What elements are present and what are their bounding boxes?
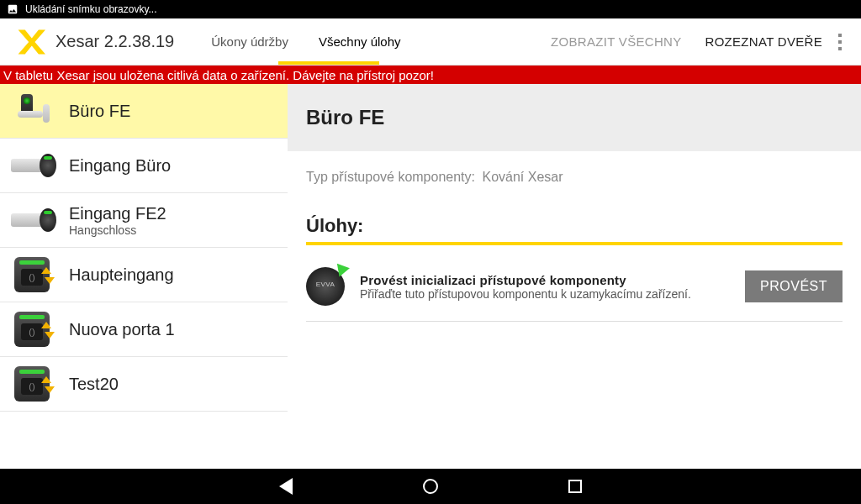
cylinder-lock-icon	[10, 202, 54, 238]
detail-pane: Büro FE Typ přístupové komponenty: Kován…	[288, 84, 861, 469]
nav-recent-button[interactable]	[566, 477, 584, 496]
task-row: EVVA Provést inicializaci přístupové kom…	[306, 262, 843, 322]
wall-reader-icon	[10, 257, 54, 292]
door-item-title: Eingang Büro	[69, 156, 171, 176]
door-item-title: Büro FE	[69, 102, 130, 121]
cylinder-lock-icon	[10, 148, 54, 183]
door-item-title: Nuova porta 1	[69, 320, 175, 339]
door-item-subtitle: Hangschloss	[69, 223, 166, 237]
wall-reader-icon	[10, 366, 54, 402]
component-type-value: Kování Xesar	[482, 170, 563, 184]
task-title: Provést inicializaci přístupové komponen…	[360, 273, 730, 287]
tab-maintenance[interactable]: Úkony údržby	[196, 18, 304, 66]
app-title: Xesar 2.2.38.19	[55, 32, 174, 51]
door-item-eingang-buro[interactable]: Eingang Büro	[0, 139, 288, 193]
door-item-haupteingang[interactable]: Haupteingang	[0, 248, 288, 302]
door-list: Büro FE Eingang Büro Eingang FE2 Hangsch…	[0, 84, 288, 469]
show-all-button[interactable]: ZOBRAZIT VŠECHNY	[539, 34, 693, 49]
recognize-doors-button[interactable]: ROZEZNAT DVEŘE	[694, 34, 835, 49]
android-nav-bar	[0, 469, 861, 504]
door-item-title: Eingang FE2	[69, 204, 166, 223]
task-init-icon: EVVA	[306, 267, 345, 306]
door-item-title: Haupteingang	[69, 265, 174, 285]
door-item-buro-fe[interactable]: Büro FE	[0, 84, 288, 139]
tab-all-tasks[interactable]: Všechny úlohy	[304, 18, 416, 66]
android-status-bar: Ukládání snímku obrazovky...	[0, 0, 861, 18]
app-logo	[13, 25, 47, 59]
image-icon	[7, 3, 18, 15]
nav-home-button[interactable]	[421, 477, 440, 496]
door-item-eingang-fe2[interactable]: Eingang FE2 Hangschloss	[0, 193, 288, 248]
overflow-menu-icon[interactable]	[834, 34, 861, 50]
content-area: Büro FE Eingang Büro Eingang FE2 Hangsch…	[0, 84, 861, 469]
tasks-heading: Úlohy:	[306, 215, 843, 245]
execute-button[interactable]: PROVÉST	[745, 270, 843, 302]
wall-reader-icon	[10, 312, 54, 347]
task-subtitle: Přiřaďte tuto přístupovou komponentu k u…	[360, 287, 730, 301]
detail-header: Büro FE	[288, 84, 861, 151]
door-handle-icon	[10, 93, 54, 129]
door-item-nuova-porta-1[interactable]: Nuova porta 1	[0, 302, 288, 357]
door-item-test20[interactable]: Test20	[0, 357, 288, 412]
nav-back-button[interactable]	[277, 477, 295, 496]
component-type-row: Typ přístupové komponenty: Kování Xesar	[306, 170, 843, 185]
door-item-title: Test20	[69, 375, 119, 394]
detail-title: Büro FE	[306, 106, 843, 129]
component-type-label: Typ přístupové komponenty:	[306, 170, 475, 184]
action-bar: Xesar 2.2.38.19 Úkony údržby Všechny úlo…	[0, 18, 861, 66]
status-text: Ukládání snímku obrazovky...	[25, 3, 157, 15]
warning-banner: V tabletu Xesar jsou uložena citlivá dat…	[0, 66, 861, 84]
